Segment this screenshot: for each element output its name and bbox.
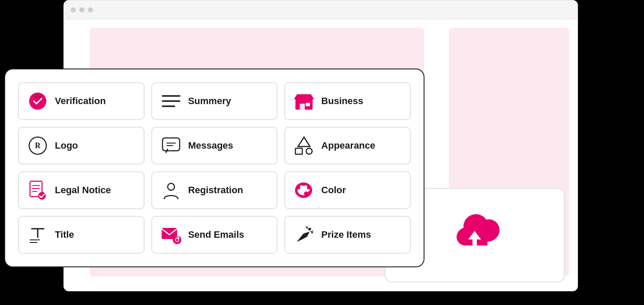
cloud-upload-icon [449,214,500,257]
menu-card: Verification Summery [4,69,424,267]
svg-point-27 [302,182,305,186]
summery-icon [161,91,181,111]
registration-icon [161,180,181,200]
verification-icon [27,91,48,111]
svg-point-23 [168,183,175,190]
svg-point-26 [297,186,300,189]
svg-rect-16 [295,148,302,154]
svg-point-31 [301,188,306,192]
menu-item-color[interactable]: Color [284,171,411,209]
logo-icon: R [27,135,48,156]
verification-label: Verification [55,96,106,107]
menu-item-send-emails[interactable]: Send Emails [151,216,278,254]
title-label: Title [55,229,74,240]
appearance-icon [294,135,314,156]
legal-notice-icon [27,180,48,200]
menu-item-verification[interactable]: Verification [18,82,144,120]
send-emails-label: Send Emails [188,229,244,240]
messages-icon [161,135,181,156]
upload-icon-wrap [449,214,500,257]
svg-point-17 [306,148,312,154]
business-icon [294,91,314,111]
business-label: Business [321,96,363,107]
traffic-light-close[interactable] [71,7,76,12]
send-emails-icon [161,224,181,245]
prize-items-icon [294,224,314,245]
menu-grid: Verification Summery [18,82,411,254]
menu-item-logo[interactable]: R Logo [18,127,144,164]
traffic-light-minimize[interactable] [79,7,84,12]
menu-item-prize-items[interactable]: Prize Items [284,216,411,254]
svg-point-40 [311,232,313,233]
color-label: Color [321,185,346,196]
svg-rect-13 [163,138,180,151]
svg-point-29 [308,191,311,194]
menu-item-title[interactable]: Title [18,216,144,254]
color-icon [294,180,314,200]
svg-rect-9 [306,103,310,106]
registration-label: Registration [188,185,243,196]
logo-label: Logo [55,140,78,151]
menu-item-legal-notice[interactable]: Legal Notice [18,171,144,209]
traffic-light-maximize[interactable] [88,7,93,12]
svg-point-28 [307,186,310,189]
appearance-label: Appearance [321,140,375,151]
prize-items-label: Prize Items [321,229,371,240]
svg-text:R: R [35,141,41,150]
legal-notice-label: Legal Notice [55,185,111,196]
summery-label: Summery [188,96,231,107]
svg-line-43 [310,231,313,232]
menu-item-messages[interactable]: Messages [151,127,278,164]
title-icon [27,224,48,245]
browser-titlebar [64,0,578,19]
svg-rect-10 [300,104,305,110]
menu-item-business[interactable]: Business [284,82,411,120]
menu-item-appearance[interactable]: Appearance [284,127,411,164]
messages-label: Messages [188,140,233,151]
menu-item-registration[interactable]: Registration [151,171,278,209]
menu-item-summery[interactable]: Summery [151,82,278,120]
